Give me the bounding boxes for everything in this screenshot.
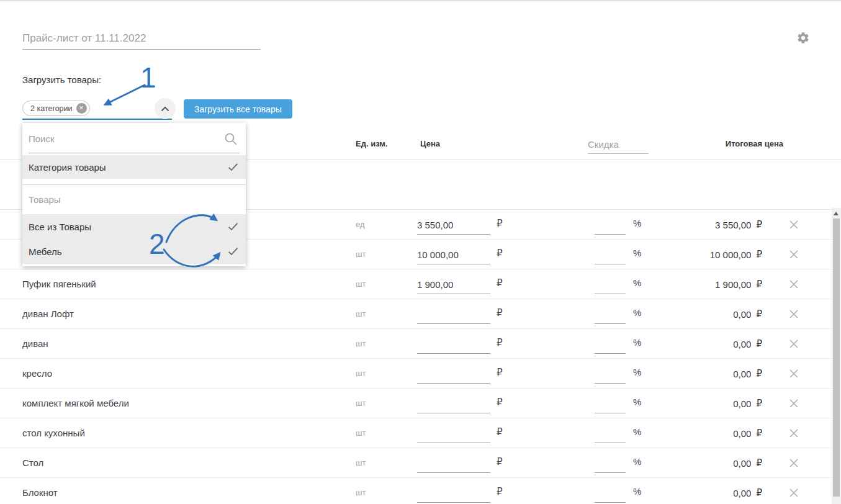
top-border bbox=[0, 0, 841, 2]
remove-row-button[interactable] bbox=[783, 329, 804, 359]
discount-input[interactable] bbox=[595, 364, 626, 384]
unit-label: шт bbox=[356, 359, 366, 389]
total-currency: ₽ bbox=[756, 398, 762, 409]
percent-label: % bbox=[633, 448, 641, 478]
chip-remove-icon[interactable]: × bbox=[76, 103, 87, 114]
dropdown-group-products: Товары bbox=[22, 185, 246, 214]
price-input[interactable] bbox=[417, 245, 490, 264]
product-name: Стол bbox=[22, 448, 43, 478]
unit-label: шт bbox=[356, 389, 366, 418]
unit-label: шт bbox=[356, 448, 366, 478]
dropdown-item-label: Все из Товары bbox=[29, 222, 91, 232]
check-icon bbox=[228, 247, 238, 256]
remove-row-button[interactable] bbox=[783, 240, 804, 269]
currency-label: ₽ bbox=[497, 269, 503, 299]
price-input[interactable] bbox=[417, 275, 490, 294]
product-name: диван bbox=[22, 329, 48, 359]
discount-input[interactable] bbox=[595, 484, 626, 503]
dropdown-item-furniture[interactable]: Мебель bbox=[22, 239, 246, 264]
discount-input[interactable] bbox=[595, 245, 626, 264]
unit-label: шт bbox=[356, 329, 366, 359]
table-scrollbar[interactable] bbox=[832, 208, 841, 504]
table-row: диван Лофт шт ₽ % 0,00 ₽ bbox=[0, 299, 832, 329]
dropdown-search-input[interactable] bbox=[29, 128, 215, 149]
price-list-title-input[interactable] bbox=[22, 27, 261, 50]
close-icon bbox=[789, 309, 799, 319]
load-all-products-button[interactable]: Загрузить все товары bbox=[184, 99, 292, 119]
search-icon bbox=[224, 132, 238, 146]
price-input[interactable] bbox=[417, 454, 490, 473]
price-input[interactable] bbox=[417, 215, 490, 235]
total-currency: ₽ bbox=[756, 368, 762, 379]
dropdown-collapse-button[interactable] bbox=[155, 98, 176, 119]
total-price: 0,00 ₽ bbox=[733, 478, 762, 504]
currency-label: ₽ bbox=[497, 389, 503, 418]
remove-row-button[interactable] bbox=[783, 448, 804, 478]
discount-input[interactable] bbox=[595, 454, 626, 473]
percent-label: % bbox=[633, 329, 641, 359]
remove-row-button[interactable] bbox=[783, 389, 804, 418]
load-products-label: Загрузить товары: bbox=[22, 74, 101, 85]
total-currency: ₽ bbox=[756, 308, 762, 320]
remove-row-button[interactable] bbox=[783, 299, 804, 329]
close-icon bbox=[789, 398, 799, 408]
unit-label: шт bbox=[356, 478, 366, 504]
total-value: 0,00 bbox=[733, 488, 751, 498]
discount-input[interactable] bbox=[595, 394, 626, 413]
total-value: 0,00 bbox=[733, 428, 751, 439]
total-price: 0,00 ₽ bbox=[733, 448, 762, 478]
annotation-arrow-1 bbox=[106, 85, 145, 104]
remove-row-button[interactable] bbox=[783, 269, 804, 299]
table-row: стол кухонный шт ₽ % 0,00 ₽ bbox=[0, 418, 832, 448]
currency-label: ₽ bbox=[497, 418, 503, 448]
unit-label: шт bbox=[356, 299, 366, 329]
annotation-step-1: 1 bbox=[140, 61, 156, 94]
price-input[interactable] bbox=[417, 305, 490, 324]
percent-label: % bbox=[633, 359, 641, 389]
currency-label: ₽ bbox=[497, 359, 503, 389]
column-header-total: Итоговая цена bbox=[726, 139, 783, 148]
total-currency: ₽ bbox=[756, 338, 762, 349]
discount-input[interactable] bbox=[595, 424, 626, 443]
gear-icon[interactable] bbox=[796, 31, 810, 45]
total-price: 0,00 ₽ bbox=[733, 359, 762, 389]
price-input[interactable] bbox=[417, 364, 490, 384]
scrollbar-thumb[interactable] bbox=[833, 218, 840, 497]
remove-row-button[interactable] bbox=[783, 210, 804, 240]
product-name: диван Лофт bbox=[22, 299, 74, 329]
discount-input[interactable] bbox=[595, 215, 626, 235]
total-value: 0,00 bbox=[733, 369, 751, 379]
remove-row-button[interactable] bbox=[783, 478, 804, 504]
price-input[interactable] bbox=[417, 424, 490, 443]
table-row: диван шт ₽ % 0,00 ₽ bbox=[0, 329, 832, 359]
discount-input[interactable] bbox=[595, 305, 626, 324]
scrollbar-up-arrow-icon[interactable] bbox=[834, 212, 839, 215]
dropdown-item-label: Мебель bbox=[29, 246, 62, 257]
discount-all-input[interactable] bbox=[588, 135, 649, 154]
unit-label: шт bbox=[356, 418, 366, 448]
discount-input[interactable] bbox=[595, 335, 626, 354]
product-name: стол кухонный bbox=[22, 418, 85, 448]
search-underline bbox=[29, 153, 240, 153]
discount-input[interactable] bbox=[595, 275, 626, 294]
total-currency: ₽ bbox=[756, 279, 762, 290]
category-chip[interactable]: 2 категории × bbox=[22, 101, 90, 116]
currency-label: ₽ bbox=[497, 478, 503, 504]
currency-label: ₽ bbox=[497, 329, 503, 359]
dropdown-item-category-products[interactable]: Категория товары bbox=[22, 155, 246, 179]
total-price: 0,00 ₽ bbox=[733, 299, 762, 329]
total-price: 10 000,00 ₽ bbox=[710, 240, 762, 269]
remove-row-button[interactable] bbox=[783, 418, 804, 448]
total-value: 1 900,00 bbox=[715, 279, 751, 290]
currency-label: ₽ bbox=[497, 299, 503, 329]
table-row: кресло шт ₽ % 0,00 ₽ bbox=[0, 359, 832, 389]
price-input[interactable] bbox=[417, 484, 490, 503]
column-header-price: Цена bbox=[420, 139, 440, 148]
price-input[interactable] bbox=[417, 335, 490, 354]
remove-row-button[interactable] bbox=[783, 359, 804, 389]
total-value: 3 550,00 bbox=[715, 220, 751, 230]
price-input[interactable] bbox=[417, 394, 490, 413]
dropdown-item-all-products[interactable]: Все из Товары bbox=[22, 214, 246, 239]
percent-label: % bbox=[633, 269, 641, 299]
percent-label: % bbox=[633, 210, 641, 240]
